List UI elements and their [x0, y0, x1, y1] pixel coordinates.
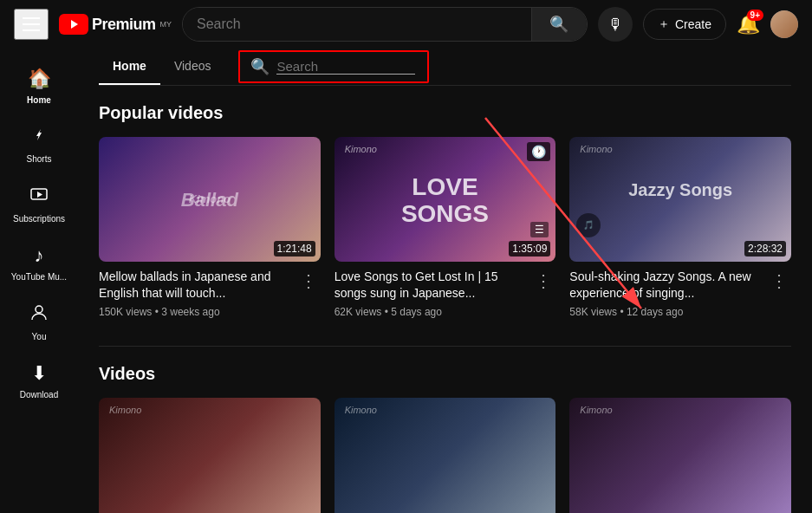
create-button[interactable]: ＋ Create	[643, 9, 726, 40]
svg-point-5	[36, 306, 42, 313]
home-icon: 🏠	[28, 68, 51, 90]
search-button-top[interactable]: 🔍	[531, 8, 587, 41]
sidebar-label-download: Download	[20, 390, 58, 399]
more-button-1[interactable]: ⋮	[296, 270, 321, 291]
video-meta-3: Soul-shaking Jazzy Songs. A new experien…	[569, 269, 767, 318]
video-card-2[interactable]: Kimono LOVESONGS 🕐 1:35:09 ☰ Love Songs …	[335, 137, 556, 318]
sidebar-item-download[interactable]: ⬇ Download	[0, 354, 78, 408]
search-icon: 🔍	[549, 15, 568, 34]
sidebar-label-shorts: Shorts	[27, 154, 52, 164]
video-duration-1: 1:21:48	[274, 241, 315, 256]
more-button-2[interactable]: ⋮	[531, 270, 555, 291]
notifications-button[interactable]: 🔔 9+	[737, 13, 760, 36]
video-thumb-6: Kimono	[569, 398, 791, 513]
create-label: Create	[675, 17, 711, 31]
video-card-1[interactable]: Kimono Ballad 1:21:48 Mellow ballads in …	[99, 137, 321, 318]
shorts-icon	[29, 126, 49, 149]
search-bar-top: 🔍	[182, 7, 588, 42]
tab-home[interactable]: Home	[99, 49, 160, 85]
video-stats-1: 150K views • 3 weeks ago	[99, 306, 296, 318]
channel-search-icon: 🔍	[250, 57, 270, 76]
section-divider	[99, 346, 791, 347]
page-body: 🏠 Home Shorts Subscriptions ♪ Y	[0, 49, 812, 513]
sidebar-item-you[interactable]: You	[0, 294, 78, 350]
video-thumb-1: Kimono Ballad 1:21:48	[99, 137, 321, 262]
video-title-1: Mellow ballads in Japanese and English t…	[99, 269, 296, 302]
sidebar-label-youtube-music: YouTube Mu...	[11, 272, 67, 282]
logo-area: Premium MY	[59, 14, 172, 35]
you-icon	[29, 302, 49, 327]
sidebar: 🏠 Home Shorts Subscriptions ♪ Y	[0, 49, 78, 513]
subscriptions-icon	[29, 185, 49, 209]
channel-search-box: 🔍	[238, 50, 429, 83]
avatar[interactable]	[770, 10, 798, 38]
youtube-icon	[59, 14, 88, 35]
avatar-image	[770, 10, 798, 38]
video-meta-2: Love Songs to Get Lost In | 15 songs sun…	[335, 269, 532, 318]
video-info-3: Soul-shaking Jazzy Songs. A new experien…	[569, 269, 791, 318]
video-title-3: Soul-shaking Jazzy Songs. A new experien…	[569, 269, 767, 302]
sidebar-item-home[interactable]: 🏠 Home	[0, 59, 78, 114]
svg-marker-4	[37, 192, 42, 198]
video-info-1: Mellow ballads in Japanese and English t…	[99, 269, 321, 318]
video-card-5[interactable]: Kimono	[335, 398, 556, 513]
sidebar-item-shorts[interactable]: Shorts	[0, 117, 78, 172]
channel-header: Home Videos 🔍	[99, 49, 791, 86]
logo-text: Premium	[92, 16, 156, 34]
video-stats-2: 62K views • 5 days ago	[335, 306, 532, 318]
search-input-top[interactable]	[183, 8, 531, 41]
video-card-4[interactable]: Kimono	[99, 398, 321, 513]
videos-section: Videos Kimono Kimono Kimono	[99, 364, 791, 513]
popular-videos-grid: Kimono Ballad 1:21:48 Mellow ballads in …	[99, 137, 791, 318]
sidebar-label-subscriptions: Subscriptions	[13, 214, 65, 224]
videos-section-title: Videos	[99, 364, 791, 384]
sidebar-label-home: Home	[27, 95, 51, 105]
video-thumb-4: Kimono	[99, 398, 321, 513]
clock-icon: 🕐	[527, 142, 550, 161]
video-card-6[interactable]: Kimono	[569, 398, 791, 513]
mic-icon: 🎙	[607, 16, 623, 34]
sidebar-item-youtube-music[interactable]: ♪ YouTube Mu...	[0, 236, 78, 290]
video-card-3[interactable]: Kimono Jazzy Songs 🎵 2:28:32 Soul-shakin…	[569, 137, 791, 318]
popular-videos-section: Popular videos Kimono Ballad 1:21:48 Mel…	[99, 103, 791, 318]
music-icon: ♪	[35, 244, 44, 267]
popular-videos-title: Popular videos	[99, 103, 791, 123]
my-badge: MY	[160, 20, 172, 29]
video-info-2: Love Songs to Get Lost In | 15 songs sun…	[335, 269, 556, 318]
video-meta-1: Mellow ballads in Japanese and English t…	[99, 269, 296, 318]
mic-button[interactable]: 🎙	[598, 7, 633, 42]
plus-icon: ＋	[658, 16, 670, 32]
tab-videos[interactable]: Videos	[160, 49, 225, 85]
video-thumb-3: Kimono Jazzy Songs 🎵 2:28:32	[569, 137, 791, 262]
sidebar-label-you: You	[32, 332, 47, 341]
video-thumb-5: Kimono	[335, 398, 556, 513]
video-duration-2: 1:35:09	[509, 241, 550, 256]
sidebar-item-subscriptions[interactable]: Subscriptions	[0, 176, 78, 232]
topnav: Premium MY 🔍 🎙 ＋ Create 🔔 9+	[0, 0, 812, 49]
more-button-3[interactable]: ⋮	[767, 270, 791, 291]
videos-grid: Kimono Kimono Kimono	[99, 398, 791, 513]
channel-search-input[interactable]	[276, 59, 415, 75]
video-duration-3: 2:28:32	[744, 241, 786, 256]
download-icon: ⬇	[31, 362, 47, 385]
video-title-2: Love Songs to Get Lost In | 15 songs sun…	[335, 269, 532, 302]
main-content: Home Videos 🔍 Popular videos Kimono	[78, 49, 812, 513]
video-stats-3: 58K views • 12 days ago	[569, 306, 767, 318]
video-thumb-2: Kimono LOVESONGS 🕐 1:35:09 ☰	[335, 137, 556, 262]
notification-badge: 9+	[747, 10, 763, 21]
hamburger-button[interactable]	[14, 9, 49, 40]
youtube-logo[interactable]: Premium MY	[59, 14, 172, 35]
